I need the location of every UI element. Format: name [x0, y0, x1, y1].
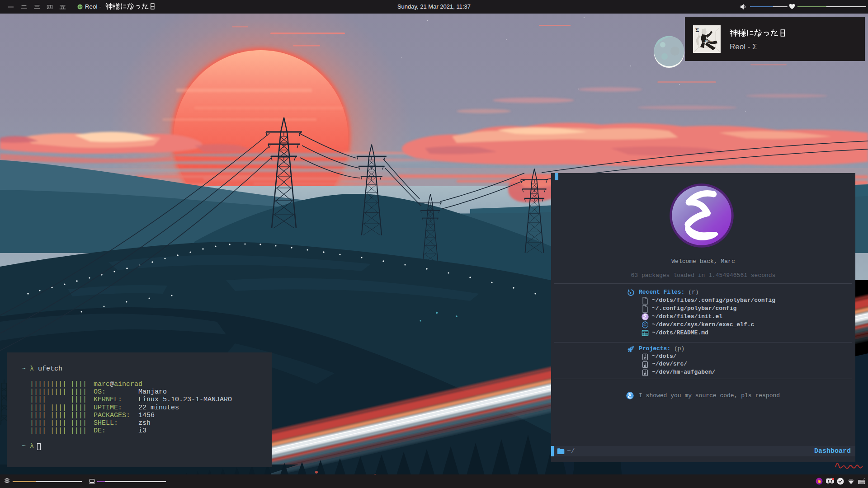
svg-text:C: C: [643, 323, 646, 327]
svg-text:REOL: REOL: [705, 40, 712, 42]
svg-text:Σ: Σ: [695, 27, 699, 33]
svg-text:r: r: [630, 291, 632, 296]
